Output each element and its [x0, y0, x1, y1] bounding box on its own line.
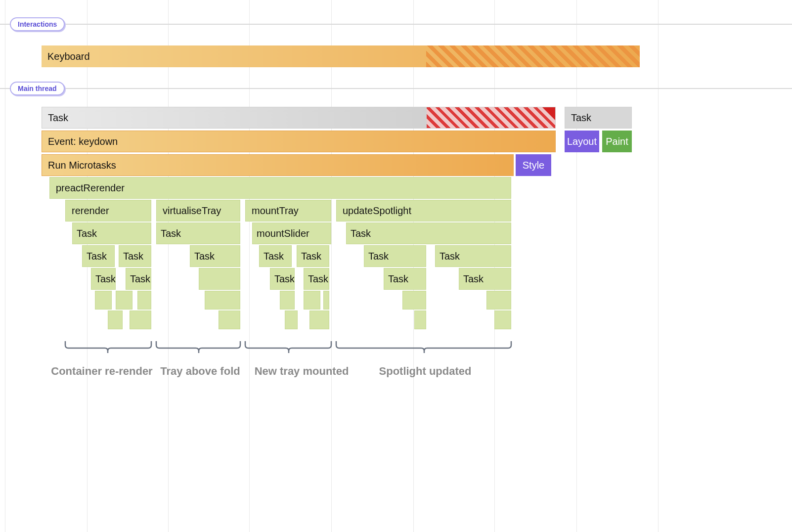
rerender-label: rerender	[72, 205, 109, 217]
mount-slider-bar[interactable]: mountSlider	[252, 222, 331, 244]
annotation-tray-above-fold: Tray above fold	[158, 365, 242, 378]
col4-task-c[interactable]: Task	[384, 268, 426, 290]
layout-bar[interactable]: Layout	[565, 131, 599, 152]
col1-task-a[interactable]: Task	[82, 245, 115, 267]
task-label: Task	[161, 228, 181, 239]
col1-blank-4[interactable]	[108, 310, 123, 329]
col1-blank-5[interactable]	[130, 310, 151, 329]
annotation-brackets	[0, 341, 544, 356]
virtualise-tray-bar[interactable]: virtualiseTray	[156, 200, 240, 222]
task-label: Task	[440, 251, 460, 262]
interactions-rule	[0, 24, 792, 25]
task-bar-long[interactable]: Task	[42, 107, 556, 129]
task-label: Task	[48, 112, 68, 124]
col2-task[interactable]: Task	[156, 222, 240, 244]
task-label: Task	[264, 251, 284, 262]
col2-task-blank-1[interactable]	[199, 268, 240, 290]
col1-task[interactable]: Task	[72, 222, 151, 244]
update-spotlight-label: updateSpotlight	[343, 205, 411, 217]
task-label: Task	[463, 273, 484, 285]
task-label: Task	[194, 251, 215, 262]
mount-tray-label: mountTray	[252, 205, 299, 217]
col4-task-d[interactable]: Task	[459, 268, 511, 290]
col3-blank-5[interactable]	[309, 310, 329, 329]
run-microtasks-label: Run Microtasks	[48, 160, 116, 171]
task-label: Task	[130, 273, 150, 285]
paint-label: Paint	[606, 136, 628, 147]
task-label: Task	[308, 273, 328, 285]
mount-tray-bar[interactable]: mountTray	[245, 200, 331, 222]
col3-task-d[interactable]: Task	[304, 268, 329, 290]
col2-task-a[interactable]: Task	[190, 245, 240, 267]
main-thread-label: Main thread	[10, 82, 65, 95]
annotation-container-rerender: Container re-render	[47, 365, 156, 378]
task-label: Task	[123, 251, 143, 262]
task-label: Task	[87, 251, 107, 262]
col4-task-b[interactable]: Task	[435, 245, 511, 267]
task-overrun-triangle-icon	[542, 107, 555, 120]
col1-task-c[interactable]: Task	[91, 268, 116, 290]
annotation-spotlight-updated: Spotlight updated	[376, 365, 475, 378]
interaction-keyboard-label: Keyboard	[47, 51, 90, 62]
task-label: Task	[368, 251, 389, 262]
annotation-new-tray-mounted: New tray mounted	[252, 365, 351, 378]
virtualise-tray-label: virtualiseTray	[163, 205, 221, 217]
run-microtasks-bar[interactable]: Run Microtasks	[42, 154, 514, 176]
col1-blank-1[interactable]	[95, 291, 112, 310]
update-spotlight-bar[interactable]: updateSpotlight	[336, 200, 511, 222]
task-bar-second[interactable]: Task	[565, 107, 632, 129]
col1-blank-3[interactable]	[137, 291, 151, 310]
task-label: Task	[77, 228, 97, 239]
event-keydown-bar[interactable]: Event: keydown	[42, 131, 556, 152]
col3-blank-2[interactable]	[304, 291, 320, 310]
style-bar[interactable]: Style	[516, 154, 551, 176]
col4-blank-1[interactable]	[402, 291, 426, 310]
main-thread-rule	[0, 88, 792, 89]
col3-blank-4[interactable]	[285, 310, 298, 329]
col4-task[interactable]: Task	[346, 222, 511, 244]
layout-label: Layout	[567, 136, 597, 147]
col3-task-c[interactable]: Task	[270, 268, 295, 290]
col1-task-d[interactable]: Task	[126, 268, 151, 290]
paint-bar[interactable]: Paint	[602, 131, 632, 152]
rerender-bar[interactable]: rerender	[65, 200, 151, 222]
col3-blank-3[interactable]	[323, 291, 329, 310]
interactions-label: Interactions	[10, 17, 65, 31]
task-label-2: Task	[571, 112, 591, 124]
col2-blank-2[interactable]	[205, 291, 240, 310]
task-label: Task	[274, 273, 295, 285]
col1-blank-2[interactable]	[116, 291, 132, 310]
preact-rerender-label: preactRerender	[56, 182, 125, 194]
preact-rerender-bar[interactable]: preactRerender	[49, 177, 511, 199]
task-overrun-hatch	[427, 107, 556, 128]
col3-task-b[interactable]: Task	[297, 245, 329, 267]
task-label: Task	[301, 251, 321, 262]
col4-task-a[interactable]: Task	[364, 245, 426, 267]
style-label: Style	[523, 160, 544, 171]
task-label: Task	[95, 273, 116, 285]
col1-task-b[interactable]: Task	[119, 245, 151, 267]
event-keydown-label: Event: keydown	[48, 136, 118, 147]
col3-blank-1[interactable]	[280, 291, 295, 310]
col4-blank-2[interactable]	[486, 291, 511, 310]
mount-slider-label: mountSlider	[257, 228, 309, 239]
col4-blank-3[interactable]	[414, 310, 426, 329]
col3-task-a[interactable]: Task	[259, 245, 292, 267]
task-label: Task	[351, 228, 371, 239]
interaction-keyboard-hatch	[426, 45, 640, 67]
col2-blank-3[interactable]	[219, 310, 240, 329]
task-label: Task	[388, 273, 408, 285]
col4-blank-4[interactable]	[494, 310, 511, 329]
